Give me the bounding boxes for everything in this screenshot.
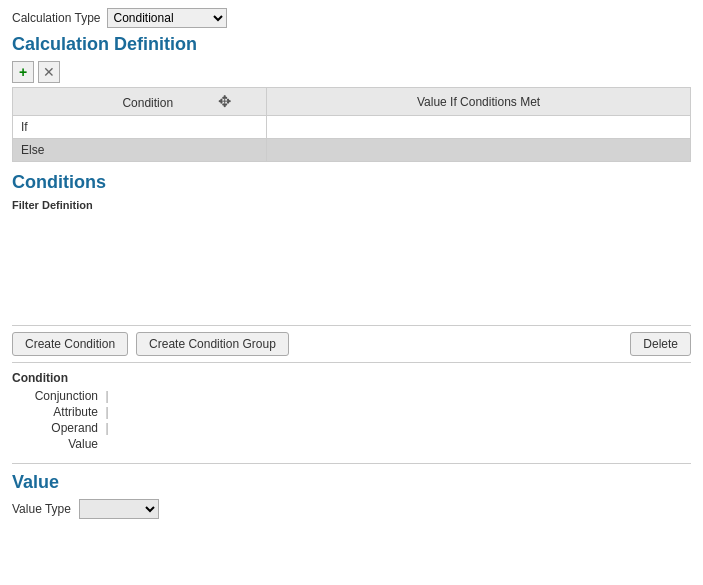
toolbar: + ✕ [12, 61, 691, 83]
value-type-label: Value Type [12, 502, 71, 516]
operand-row: Operand | [12, 421, 691, 435]
operand-sep: | [102, 421, 112, 435]
col-value-if: Value If Conditions Met [267, 88, 691, 116]
value-type-row: Value Type [12, 499, 691, 519]
conjunction-row: Conjunction | [12, 389, 691, 403]
attribute-sep: | [102, 405, 112, 419]
calc-type-label: Calculation Type [12, 11, 101, 25]
else-condition-cell: Else [13, 139, 267, 162]
condition-label: Condition [12, 371, 691, 385]
filter-def-label: Filter Definition [12, 199, 691, 211]
move-handle[interactable]: ✥ [218, 92, 231, 111]
condition-details: Condition Conjunction | Attribute | Oper… [12, 371, 691, 451]
conditions-title: Conditions [12, 172, 691, 193]
conjunction-key: Conjunction [12, 389, 102, 403]
else-value-cell [267, 139, 691, 162]
calc-definition-title: Calculation Definition [12, 34, 691, 55]
col-condition: ✥ Condition [13, 88, 267, 116]
conjunction-sep: | [102, 389, 112, 403]
create-condition-group-button[interactable]: Create Condition Group [136, 332, 289, 356]
value-type-select[interactable] [79, 499, 159, 519]
value-title: Value [12, 472, 691, 493]
delete-button[interactable]: Delete [630, 332, 691, 356]
conditions-area [12, 217, 691, 317]
table-row: Else [13, 139, 691, 162]
remove-button[interactable]: ✕ [38, 61, 60, 83]
conditions-section: Conditions Filter Definition [12, 172, 691, 317]
condition-table: ✥ Condition Value If Conditions Met If E… [12, 87, 691, 162]
value-key: Value [12, 437, 102, 451]
attribute-key: Attribute [12, 405, 102, 419]
attribute-row: Attribute | [12, 405, 691, 419]
value-section: Value Value Type [12, 463, 691, 519]
operand-key: Operand [12, 421, 102, 435]
table-row: If [13, 116, 691, 139]
calc-type-select[interactable]: Conditional [107, 8, 227, 28]
value-row: Value [12, 437, 691, 451]
if-value-cell [267, 116, 691, 139]
create-condition-button[interactable]: Create Condition [12, 332, 128, 356]
if-condition-cell: If [13, 116, 267, 139]
action-buttons-row: Create Condition Create Condition Group … [12, 325, 691, 363]
add-button[interactable]: + [12, 61, 34, 83]
